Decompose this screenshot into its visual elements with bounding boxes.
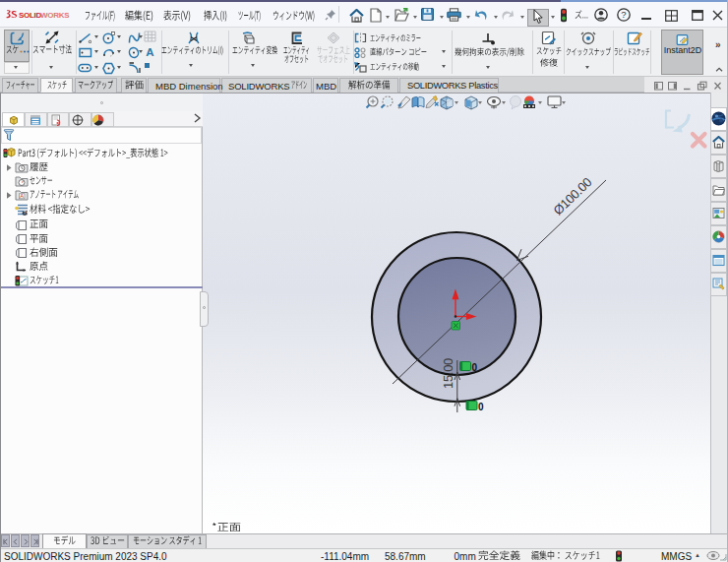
svg-text:0: 0 (478, 402, 484, 412)
svg-text:0: 0 (472, 362, 478, 373)
